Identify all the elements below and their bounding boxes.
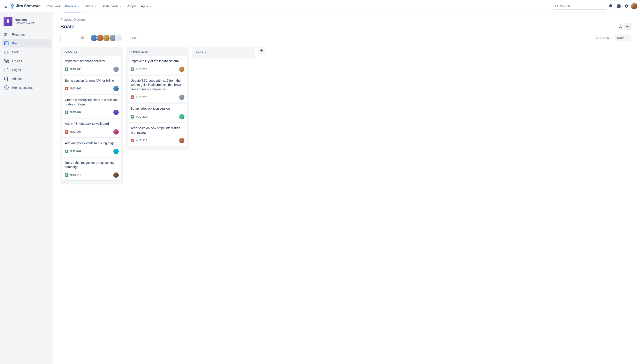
column-name: DONE <box>195 50 203 53</box>
more-button[interactable] <box>624 23 631 30</box>
code-icon <box>4 50 9 54</box>
card-assignee-avatar[interactable] <box>113 172 119 178</box>
issue-type-icon <box>65 87 68 90</box>
sidebar-item-settings[interactable]: Project settings <box>2 84 51 92</box>
issue-card[interactable]: Bump version for new API for billingNUC-… <box>62 76 121 94</box>
nav-projects[interactable]: Projects <box>63 3 82 10</box>
card-title: Add NPS feedback to wallboard <box>65 122 119 126</box>
nav-your-work[interactable]: Your work <box>45 3 62 10</box>
issue-card[interactable]: Add analytics events to pricing pageNUC-… <box>62 138 121 157</box>
card-key: NUC-208 <box>70 130 81 134</box>
nav-people[interactable]: People <box>125 3 138 10</box>
svg-rect-12 <box>5 33 7 34</box>
search-icon <box>81 36 84 40</box>
sidebar-label: Code <box>12 50 19 54</box>
global-search-input[interactable] <box>560 4 604 8</box>
nav-apps[interactable]: Apps <box>139 3 154 10</box>
profile-avatar[interactable] <box>631 3 637 9</box>
assignee-overflow-label: +3 <box>117 36 120 40</box>
card-key: NUC-207 <box>70 111 81 114</box>
issue-card[interactable]: Add NPS feedback to wallboardNUC-208 <box>62 119 121 137</box>
card-title: Tech spike on new stripe integration wit… <box>131 126 184 135</box>
page-title: Board <box>60 24 75 30</box>
card-assignee-avatar[interactable] <box>113 66 119 72</box>
chevron-down-icon <box>94 5 97 8</box>
svg-rect-7 <box>5 7 6 8</box>
sidebar-item-roadmap[interactable]: Roadmap <box>2 30 51 38</box>
nav-projects-label: Projects <box>65 4 76 8</box>
settings-icon[interactable] <box>623 3 630 10</box>
jira-logo[interactable]: Jira Software <box>10 4 41 9</box>
issue-card[interactable]: Improve a11y of the feedback formNUC-212 <box>128 56 187 74</box>
card-assignee-avatar[interactable] <box>179 94 184 100</box>
app-switcher-icon[interactable] <box>3 4 8 9</box>
project-name: Nucleus <box>15 18 34 22</box>
nav-filters-label: Filters <box>85 4 93 8</box>
roadmap-icon <box>4 32 9 37</box>
svg-point-31 <box>66 131 67 132</box>
issue-card[interactable]: Create subscription plans and discount c… <box>62 95 121 118</box>
notifications-icon[interactable] <box>607 3 614 10</box>
sidebar-item-board[interactable]: Board <box>2 39 51 48</box>
rocket-icon <box>6 19 11 24</box>
project-type: Software project <box>15 22 34 25</box>
epic-filter[interactable]: Epic <box>128 35 142 41</box>
sidebar-item-add[interactable]: Add item <box>2 74 51 83</box>
card-key: NUC-205 <box>70 68 81 71</box>
sidebar-item-oncall[interactable]: On-call <box>2 57 51 65</box>
sidebar-label: Pages <box>12 68 21 72</box>
svg-rect-3 <box>4 6 5 6</box>
card-assignee-avatar[interactable] <box>179 114 184 120</box>
svg-point-30 <box>66 88 67 89</box>
gear-icon <box>4 85 9 90</box>
card-assignee-avatar[interactable] <box>113 110 119 115</box>
card-assignee-avatar[interactable] <box>179 138 184 143</box>
nav-your-work-label: Your work <box>47 4 60 8</box>
sidebar-label: On-call <box>12 59 22 63</box>
sidebar-item-code[interactable]: Code <box>2 48 51 56</box>
project-header[interactable]: Nucleus Software project <box>2 17 51 30</box>
issue-card[interactable]: Implement feedback collectorNUC-205 <box>62 56 121 74</box>
star-button[interactable] <box>617 23 624 30</box>
board-search[interactable] <box>60 34 87 42</box>
card-title: Create subscription plans and discount c… <box>65 98 119 106</box>
issue-card[interactable]: Update T&C copy with v1.9 from the write… <box>128 76 187 103</box>
card-assignee-avatar[interactable] <box>113 149 119 154</box>
nav-dashboards[interactable]: Dashboards <box>100 3 124 10</box>
issue-card[interactable]: Resize the images for the upcoming campa… <box>62 158 121 180</box>
issue-type-icon <box>65 110 68 114</box>
add-item-icon <box>4 76 9 81</box>
nav-filters[interactable]: Filters <box>83 3 99 10</box>
add-column-button[interactable] <box>258 46 265 54</box>
svg-marker-24 <box>619 25 622 28</box>
svg-line-29 <box>83 38 84 39</box>
issue-card[interactable]: Tech spike on new stripe integration wit… <box>128 124 187 146</box>
card-key: NUC-210 <box>70 174 81 177</box>
board: TO DO 12 Implement feedback collectorNUC… <box>60 46 631 184</box>
sidebar-item-pages[interactable]: Pages <box>2 66 51 74</box>
assignee-overflow[interactable]: +3 <box>115 34 123 42</box>
groupby-label: GROUP BY <box>596 36 609 39</box>
help-icon[interactable] <box>615 3 622 10</box>
groupby-value: None <box>617 36 624 40</box>
phone-icon <box>4 58 9 64</box>
card-assignee-avatar[interactable] <box>113 86 119 91</box>
chevron-down-icon <box>119 5 122 8</box>
card-title: Add analytics events to pricing page <box>65 141 119 146</box>
issue-card[interactable]: Bump fedeback icon versionNUC-214 <box>128 104 187 122</box>
card-key: NUC-215 <box>136 139 147 142</box>
svg-rect-5 <box>6 6 7 6</box>
groupby-dropdown[interactable]: None <box>615 35 631 41</box>
column-done: DONE 2 <box>192 46 255 59</box>
column-todo: TO DO 12 Implement feedback collectorNUC… <box>60 46 123 184</box>
main-content: Projects / Nucleus Board +3 Epic <box>53 12 640 364</box>
card-assignee-avatar[interactable] <box>179 66 184 72</box>
project-avatar <box>4 17 13 26</box>
svg-rect-15 <box>5 42 9 45</box>
star-icon <box>618 24 623 29</box>
global-search[interactable] <box>553 3 606 10</box>
card-assignee-avatar[interactable] <box>113 129 119 134</box>
breadcrumb-projects[interactable]: Projects <box>60 18 72 21</box>
issue-type-icon <box>131 139 134 142</box>
sidebar-label: Board <box>12 42 20 45</box>
